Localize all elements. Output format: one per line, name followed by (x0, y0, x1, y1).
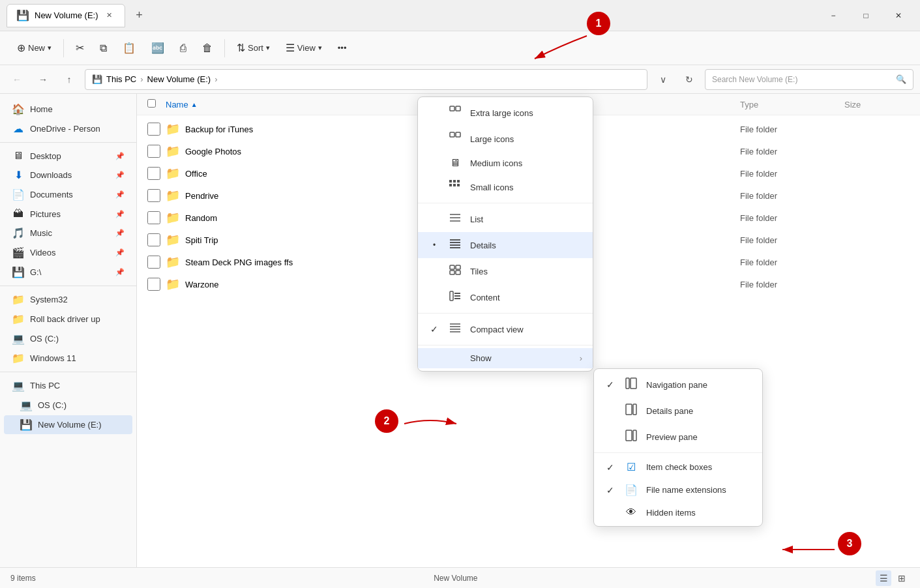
file-type-3: File folder (740, 191, 844, 201)
close-button[interactable]: ✕ (883, 5, 913, 26)
os-c2-icon: 💻 (20, 399, 33, 411)
dropdown-icon: ∨ (660, 74, 666, 85)
show-submenu: ✓ Navigation pane Details pane Preview p… (593, 368, 763, 527)
maximize-button[interactable]: □ (851, 5, 881, 26)
view-compact[interactable]: ✓ Compact view (418, 316, 593, 342)
view-show[interactable]: Show › (418, 348, 593, 368)
column-header-type[interactable]: Type (740, 100, 844, 110)
show-file-ext[interactable]: ✓ 📄 File name extensions (594, 478, 762, 501)
item-count: 9 items (10, 574, 36, 583)
toolbar-separator-2 (224, 39, 225, 57)
more-button[interactable]: ••• (331, 39, 353, 57)
sort-button[interactable]: ⇅ Sort ▾ (230, 38, 276, 58)
row-checkbox-6[interactable] (147, 256, 160, 269)
sidebar-item-music[interactable]: 🎵 Music 📌 (4, 224, 132, 243)
up-button[interactable]: ↑ (59, 69, 80, 90)
sidebar-item-new-volume[interactable]: 💾 New Volume (E:) (4, 415, 132, 434)
sidebar-item-pictures[interactable]: 🏔 Pictures 📌 (4, 205, 132, 223)
tiles-view-icon: ⊞ (898, 573, 906, 583)
address-bar[interactable]: 💾 This PC › New Volume (E:) › (85, 69, 647, 90)
sidebar-item-home[interactable]: 🏠 Home (4, 100, 132, 119)
sidebar-label-videos: Videos (30, 248, 56, 257)
show-details-pane[interactable]: Details pane (594, 398, 762, 424)
share-button[interactable]: ⎙ (173, 38, 193, 58)
sidebar-label-downloads: Downloads (30, 170, 72, 180)
sidebar-item-downloads[interactable]: ⬇ Downloads 📌 (4, 166, 132, 184)
row-checkbox-4[interactable] (147, 211, 160, 224)
show-nav-pane[interactable]: ✓ Navigation pane (594, 372, 762, 398)
annotation-1: 1 (587, 12, 610, 35)
new-tab-button[interactable]: + (129, 5, 150, 26)
sidebar-item-onedrive[interactable]: ☁ OneDrive - Person (4, 119, 132, 138)
file-ext-label: File name extensions (646, 485, 752, 495)
minimize-button[interactable]: − (818, 5, 848, 26)
downloads-icon: ⬇ (12, 169, 25, 181)
preview-pane-icon (624, 429, 638, 445)
sidebar-item-rollback[interactable]: 📁 Roll back driver up (4, 310, 132, 329)
list-view-button[interactable]: ☰ (876, 570, 891, 586)
tiles-icon (448, 263, 462, 279)
row-checkbox-1[interactable] (147, 145, 160, 158)
sidebar-item-this-pc[interactable]: 💻 This PC (4, 376, 132, 395)
forward-button[interactable]: → (33, 69, 53, 90)
sidebar-item-windows11[interactable]: 📁 Windows 11 (4, 349, 132, 368)
address-bar-area: ← → ↑ 💾 This PC › New Volume (E:) › ∨ ↻ … (0, 65, 920, 94)
toolbar: ⊕ New ▾ ✂ ⧉ 📋 🔤 ⎙ 🗑 ⇅ Sort ▾ ☰ View ▾ ••… (0, 31, 920, 65)
row-checkbox-3[interactable] (147, 189, 160, 202)
documents-icon: 📄 (12, 188, 25, 201)
view-list[interactable]: List (418, 206, 593, 232)
tab-close-button[interactable]: ✕ (104, 10, 115, 22)
select-all-checkbox[interactable] (147, 99, 156, 108)
view-medium[interactable]: 🖥 Medium icons (418, 152, 593, 174)
pin-icon-g-drive: 📌 (115, 268, 125, 276)
sidebar-item-videos[interactable]: 🎬 Videos 📌 (4, 243, 132, 262)
details-pane-icon (624, 403, 638, 419)
view-large[interactable]: Large icons (418, 126, 593, 152)
row-checkbox-7[interactable] (147, 278, 160, 291)
svg-rect-24 (454, 298, 460, 299)
folder-icon-1: 📁 (166, 144, 180, 158)
new-button[interactable]: ⊕ New ▾ (10, 38, 58, 58)
show-item-check[interactable]: ✓ ☑ Item check boxes (594, 456, 762, 478)
column-header-size[interactable]: Size (844, 100, 910, 110)
row-checkbox-5[interactable] (147, 233, 160, 246)
view-extra-large[interactable]: Extra large icons (418, 100, 593, 126)
row-checkbox-0[interactable] (147, 123, 160, 136)
delete-button[interactable]: 🗑 (196, 38, 219, 58)
address-down-button[interactable]: ∨ (653, 69, 674, 90)
sidebar-item-system32[interactable]: 📁 System32 (4, 290, 132, 309)
refresh-button[interactable]: ↻ (679, 69, 700, 90)
svg-rect-17 (450, 265, 454, 269)
new-icon: ⊕ (17, 42, 25, 54)
back-button[interactable]: ← (7, 69, 27, 90)
file-tab[interactable]: 💾 New Volume (E:) ✕ (7, 4, 125, 27)
sidebar-item-g-drive[interactable]: 💾 G:\ 📌 (4, 263, 132, 282)
view-small[interactable]: Small icons (418, 174, 593, 200)
sidebar-item-desktop[interactable]: 🖥 Desktop 📌 (4, 147, 132, 165)
g-drive-icon: 💾 (12, 266, 25, 278)
show-preview-pane[interactable]: Preview pane (594, 424, 762, 450)
sidebar-item-os-c[interactable]: 💻 OS (C:) (4, 329, 132, 348)
new-chevron-icon: ▾ (48, 44, 52, 52)
view-content[interactable]: Content (418, 284, 593, 310)
sidebar-label-new-volume: New Volume (E:) (38, 420, 102, 430)
show-hidden[interactable]: 👁 Hidden items (594, 501, 762, 523)
sidebar-item-documents[interactable]: 📄 Documents 📌 (4, 185, 132, 204)
annotation-2: 2 (375, 409, 398, 433)
cut-button[interactable]: ✂ (69, 38, 91, 58)
view-tiles[interactable]: Tiles (418, 258, 593, 284)
paste-button[interactable]: 📋 (116, 38, 142, 58)
copy-button[interactable]: ⧉ (93, 38, 113, 58)
rename-button[interactable]: 🔤 (145, 38, 171, 58)
search-box[interactable]: Search New Volume (E:) 🔍 (705, 69, 913, 90)
breadcrumb-new-volume: New Volume (E:) (147, 74, 211, 84)
view-button[interactable]: ☰ View ▾ (279, 38, 329, 58)
extra-large-icon (448, 105, 462, 121)
system32-icon: 📁 (12, 293, 25, 306)
view-details[interactable]: • Details (418, 232, 593, 258)
view-label: View (297, 43, 316, 53)
tiles-view-button[interactable]: ⊞ (894, 570, 910, 586)
row-checkbox-2[interactable] (147, 167, 160, 180)
file-type-2: File folder (740, 169, 844, 179)
sidebar-item-os-c2[interactable]: 💻 OS (C:) (4, 396, 132, 415)
